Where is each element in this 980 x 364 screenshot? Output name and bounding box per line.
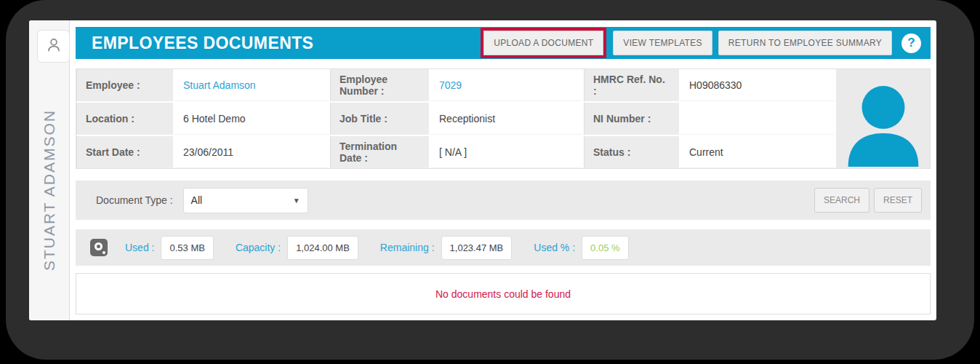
termination-date-label: Termination Date : bbox=[330, 136, 429, 168]
storage-used-pct-value: 0.05 % bbox=[582, 236, 628, 260]
employee-avatar bbox=[836, 69, 930, 168]
chevron-down-icon: ▼ bbox=[293, 197, 300, 205]
storage-used-pct-label: Used % : bbox=[534, 242, 575, 253]
employee-number-link[interactable]: 7029 bbox=[439, 79, 462, 91]
storage-remaining-value: 1,023.47 MB bbox=[441, 236, 513, 260]
page-header: EMPLOYEES DOCUMENTS UPLOAD A DOCUMENT VI… bbox=[76, 27, 931, 59]
employee-number-label: Employee Number : bbox=[330, 69, 429, 101]
empty-message: No documents could be found bbox=[435, 288, 571, 300]
document-type-selected-value: All bbox=[191, 194, 203, 206]
return-to-employee-summary-button[interactable]: RETURN TO EMPLOYEE SUMMARY bbox=[718, 31, 892, 55]
employee-info-table: Employee : Stuart Adamson Employee Numbe… bbox=[76, 68, 931, 169]
storage-remaining-label: Remaining : bbox=[380, 242, 435, 253]
help-icon[interactable]: ? bbox=[901, 33, 921, 53]
employee-value: Stuart Adamson bbox=[174, 69, 329, 101]
storage-used-value: 0.53 MB bbox=[161, 236, 213, 260]
storage-used-label: Used : bbox=[125, 242, 154, 253]
person-outline-icon bbox=[44, 36, 63, 58]
job-title-value: Receptionist bbox=[430, 103, 582, 135]
job-title-label: Job Title : bbox=[330, 103, 429, 135]
document-filter-bar: Document Type : All ▼ SEARCH RESET bbox=[76, 181, 931, 220]
employee-profile-toggle[interactable] bbox=[37, 30, 70, 63]
termination-date-value: [ N/A ] bbox=[430, 136, 582, 168]
status-value: Current bbox=[680, 136, 835, 168]
reset-button[interactable]: RESET bbox=[874, 188, 922, 213]
location-label: Location : bbox=[76, 103, 173, 135]
search-button[interactable]: SEARCH bbox=[814, 188, 869, 213]
storage-usage-bar: Used : 0.53 MB Capacity : 1,024.00 MB Re… bbox=[76, 229, 931, 266]
employee-label: Employee : bbox=[76, 69, 173, 101]
start-date-label: Start Date : bbox=[76, 136, 173, 168]
page-title: EMPLOYEES DOCUMENTS bbox=[92, 33, 313, 53]
upload-button-annotation-highlight: UPLOAD A DOCUMENT bbox=[481, 28, 606, 58]
employee-sidebar: STUART ADAMSON bbox=[29, 20, 70, 320]
upload-document-button[interactable]: UPLOAD A DOCUMENT bbox=[483, 31, 603, 55]
main-panel: EMPLOYEES DOCUMENTS UPLOAD A DOCUMENT VI… bbox=[76, 20, 931, 314]
location-value: 6 Hotel Demo bbox=[174, 103, 329, 135]
employee-name-link[interactable]: Stuart Adamson bbox=[183, 79, 256, 91]
sidebar-employee-name: STUART ADAMSON bbox=[41, 109, 58, 271]
employee-number-value: 7029 bbox=[430, 69, 582, 101]
documents-empty-state: No documents could be found bbox=[76, 273, 931, 314]
avatar-person-icon bbox=[840, 79, 926, 168]
ni-number-value bbox=[680, 103, 835, 135]
page: STUART ADAMSON EMPLOYEES DOCUMENTS UPLOA… bbox=[29, 20, 936, 320]
document-type-label: Document Type : bbox=[96, 194, 173, 206]
disk-storage-icon bbox=[90, 239, 108, 256]
hmrc-ref-label: HMRC Ref. No. : bbox=[584, 69, 679, 101]
view-templates-button[interactable]: VIEW TEMPLATES bbox=[613, 31, 712, 55]
status-label: Status : bbox=[584, 136, 679, 168]
storage-capacity-value: 1,024.00 MB bbox=[287, 236, 358, 260]
hmrc-ref-value: H09086330 bbox=[680, 69, 835, 101]
document-type-select[interactable]: All ▼ bbox=[183, 188, 308, 213]
start-date-value: 23/06/2011 bbox=[174, 136, 329, 168]
ni-number-label: NI Number : bbox=[584, 103, 679, 135]
storage-capacity-label: Capacity : bbox=[236, 242, 281, 253]
